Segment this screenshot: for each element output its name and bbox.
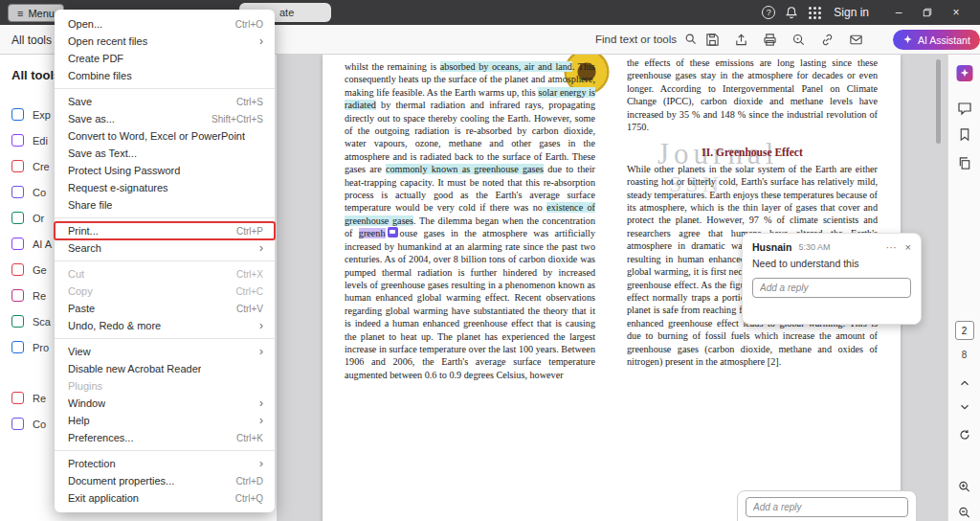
- tool-icon: [11, 108, 24, 121]
- menu-item-disable-new-acrobat-reader[interactable]: Disable new Acrobat Reader: [55, 360, 275, 377]
- menu-separator: [55, 338, 275, 339]
- menu-item-label: Create PDF: [68, 53, 123, 64]
- menu-item-protect-using-password[interactable]: Protect Using Password: [55, 162, 275, 179]
- apps-grid-button[interactable]: [803, 0, 826, 25]
- acrobat-reader-window: ≡ Menu ate ? Sign in – ×: [0, 0, 980, 521]
- pages-copy-icon: [957, 156, 971, 170]
- current-page-input[interactable]: 2: [955, 321, 974, 340]
- menu-item-share-file[interactable]: Share file: [55, 196, 275, 214]
- menu-item-convert-to-word-excel-or-powerpoint[interactable]: Convert to Word, Excel or PowerPoint: [55, 127, 275, 145]
- comment-close-icon[interactable]: ×: [905, 241, 911, 253]
- menu-item-shortcut: Ctrl+V: [236, 304, 263, 314]
- file-menu-dropdown: Open...Ctrl+OOpen recent files›Create PD…: [55, 10, 275, 512]
- bookmarks-panel-button[interactable]: [957, 127, 971, 142]
- close-window-button[interactable]: ×: [942, 0, 970, 25]
- quick-actions: [705, 33, 863, 47]
- submenu-arrow-icon: ›: [259, 34, 263, 48]
- menu-item-label: Protect Using Password: [68, 165, 180, 176]
- comment-header: Husnain 5:30 AM ··· ×: [752, 241, 911, 253]
- menu-separator: [55, 260, 275, 261]
- menu-item-label: Print...: [68, 225, 99, 237]
- menu-item-paste[interactable]: PasteCtrl+V: [55, 300, 275, 317]
- highlighted-text: commonly known as greenhouse gases: [386, 164, 544, 174]
- bell-icon: [785, 6, 798, 19]
- menu-item-window[interactable]: Window›: [55, 395, 275, 412]
- menu-item-print[interactable]: Print...Ctrl+P: [55, 222, 275, 239]
- sidebar-item-label: Re: [33, 290, 46, 302]
- menu-item-label: Help: [68, 415, 90, 426]
- sidebar-item-label: Co: [33, 419, 46, 430]
- menu-item-help[interactable]: Help›: [55, 412, 275, 429]
- menu-item-search[interactable]: Search›: [55, 239, 275, 257]
- menu-item-undo-redo-more[interactable]: Undo, Redo & more›: [55, 317, 275, 334]
- ai-assistant-label: AI Assistant: [918, 34, 970, 46]
- menu-item-request-e-signatures[interactable]: Request e-signatures: [55, 179, 275, 196]
- print-icon[interactable]: [763, 33, 777, 47]
- tab-all-tools[interactable]: All tools: [11, 34, 52, 47]
- menu-item-label: Undo, Redo & more: [68, 320, 161, 331]
- menu-item-create-pdf[interactable]: Create PDF: [55, 50, 275, 67]
- minimize-button[interactable]: –: [884, 0, 913, 25]
- menu-item-exit-application[interactable]: Exit applicationCtrl+Q: [55, 489, 275, 507]
- comment-popup: Husnain 5:30 AM ··· × Need to understand…: [742, 233, 922, 325]
- next-page-button[interactable]: [958, 400, 971, 414]
- titlebar-actions: ? Sign in – ×: [757, 0, 980, 25]
- menu-item-label: Disable new Acrobat Reader: [68, 363, 201, 374]
- zoom-out-button[interactable]: [957, 506, 971, 520]
- comment-annotation-icon[interactable]: [388, 227, 398, 238]
- submenu-arrow-icon: ›: [259, 414, 263, 427]
- menu-item-label: Plugins: [68, 380, 102, 392]
- reply-input-bottom[interactable]: [746, 497, 908, 517]
- search-document-icon[interactable]: [791, 33, 806, 47]
- menu-item-view[interactable]: View›: [55, 343, 275, 360]
- sparkle-icon: [902, 34, 913, 45]
- comment-overflow-icon[interactable]: ···: [886, 241, 897, 253]
- menu-item-document-properties[interactable]: Document properties...Ctrl+D: [55, 472, 275, 489]
- menu-item-shortcut: Ctrl+P: [236, 226, 263, 237]
- sidebar-item-label: Re: [33, 393, 46, 404]
- menu-item-shortcut: Shift+Ctrl+S: [212, 114, 263, 125]
- sign-in-button[interactable]: Sign in: [834, 6, 869, 19]
- link-icon[interactable]: [820, 33, 835, 47]
- menu-button-label: Menu: [28, 8, 55, 19]
- ai-assistant-panel-button[interactable]: [956, 65, 972, 81]
- page-thumbnails-button[interactable]: [957, 156, 971, 170]
- save-icon[interactable]: [705, 33, 720, 47]
- zoom-out-icon: [957, 506, 971, 520]
- scrollbar-thumb[interactable]: [936, 59, 941, 144]
- total-pages-value: 8: [962, 350, 968, 360]
- menu-item-open[interactable]: Open...Ctrl+O: [55, 15, 275, 33]
- previous-page-button[interactable]: [958, 376, 971, 390]
- zoom-in-button[interactable]: [957, 480, 971, 494]
- find-text-or-tools[interactable]: Find text or tools: [595, 33, 698, 46]
- file-menu-items: Open...Ctrl+OOpen recent files›Create PD…: [55, 15, 275, 507]
- menu-item-save-as-text[interactable]: Save as Text...: [55, 145, 275, 162]
- menu-item-save[interactable]: SaveCtrl+S: [55, 93, 275, 110]
- sidebar-item-label: Exp: [33, 109, 51, 121]
- restore-button[interactable]: [913, 0, 942, 25]
- menu-item-shortcut: Ctrl+X: [236, 269, 263, 280]
- menu-item-shortcut: Ctrl+O: [235, 19, 263, 30]
- rotate-refresh-button[interactable]: [958, 428, 971, 442]
- comments-panel-button[interactable]: [957, 101, 972, 116]
- current-page-value: 2: [962, 326, 968, 336]
- menu-item-label: Window: [68, 397, 105, 409]
- notifications-button[interactable]: [780, 0, 803, 25]
- tool-icon: [11, 315, 24, 328]
- menu-item-shortcut: Ctrl+D: [235, 476, 263, 487]
- menu-item-open-recent-files[interactable]: Open recent files›: [55, 33, 275, 50]
- sidebar-item-label: Ge: [33, 264, 47, 276]
- reply-input[interactable]: [752, 278, 911, 298]
- menu-item-protection[interactable]: Protection›: [55, 455, 275, 472]
- submenu-arrow-icon: ›: [259, 396, 263, 410]
- help-button[interactable]: ?: [757, 0, 780, 25]
- email-icon[interactable]: [849, 33, 863, 47]
- ai-assistant-button[interactable]: AI Assistant: [893, 30, 980, 50]
- menu-separator: [55, 88, 275, 89]
- menu-item-preferences[interactable]: Preferences...Ctrl+K: [55, 429, 275, 446]
- menu-item-save-as[interactable]: Save as...Shift+Ctrl+S: [55, 110, 275, 127]
- tool-icon: [11, 186, 24, 198]
- share-upload-icon[interactable]: [734, 33, 748, 47]
- vertical-scrollbar[interactable]: [936, 56, 941, 521]
- menu-item-combine-files[interactable]: Combine files: [55, 67, 275, 84]
